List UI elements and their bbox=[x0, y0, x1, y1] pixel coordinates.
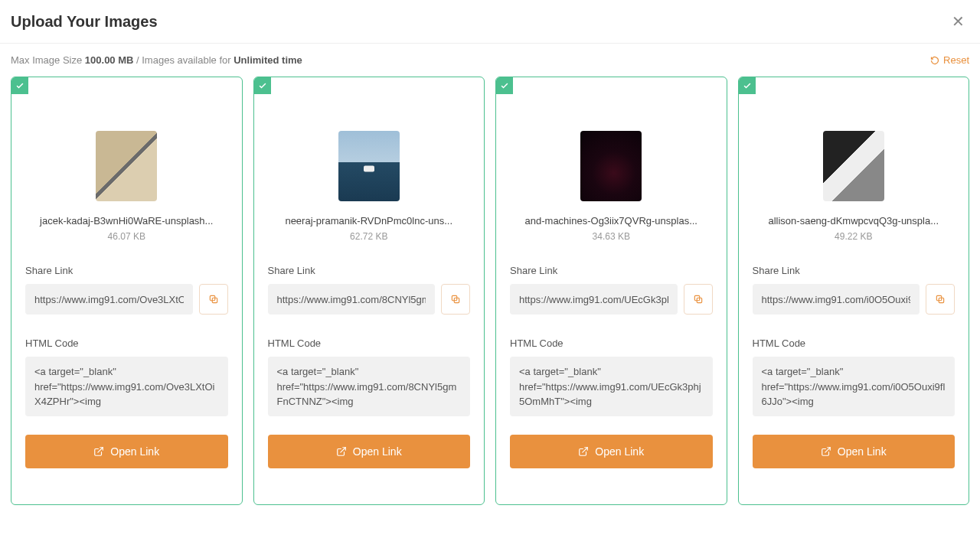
check-icon bbox=[258, 81, 267, 90]
max-size-mid: / Images available for bbox=[133, 54, 234, 66]
share-row bbox=[268, 284, 471, 315]
open-link-label: Open Link bbox=[110, 445, 159, 458]
share-row bbox=[753, 284, 956, 315]
share-link-label: Share Link bbox=[510, 265, 713, 276]
filesize-text: 62.72 KB bbox=[268, 231, 471, 242]
filename-text: neeraj-pramanik-RVDnPmc0lnc-uns... bbox=[268, 215, 471, 227]
share-link-label: Share Link bbox=[753, 265, 956, 276]
copy-button[interactable] bbox=[199, 284, 228, 315]
info-bar: Max Image Size 100.00 MB / Images availa… bbox=[0, 44, 980, 77]
open-link-button[interactable]: Open Link bbox=[510, 435, 713, 468]
share-row bbox=[25, 284, 228, 315]
filesize-text: 46.07 KB bbox=[25, 231, 228, 242]
html-code-label: HTML Code bbox=[753, 337, 956, 349]
thumbnail[interactable] bbox=[823, 131, 884, 201]
html-code-textarea[interactable] bbox=[753, 357, 956, 416]
share-link-input[interactable] bbox=[25, 284, 193, 315]
html-code-label: HTML Code bbox=[510, 337, 713, 349]
html-code-textarea[interactable] bbox=[510, 357, 713, 416]
upload-card: jacek-kadaj-B3wnHi0WaRE-unsplash... 46.0… bbox=[11, 77, 243, 505]
thumbnail-wrap bbox=[753, 131, 956, 201]
html-code-textarea[interactable] bbox=[268, 357, 471, 416]
success-badge bbox=[254, 77, 271, 94]
external-link-icon bbox=[821, 446, 831, 457]
filename-text: and-machines-Og3iix7QVRg-unsplas... bbox=[510, 215, 713, 227]
thumbnail[interactable] bbox=[580, 131, 642, 201]
filesize-text: 34.63 KB bbox=[510, 231, 713, 242]
external-link-icon bbox=[578, 446, 589, 457]
upload-card: neeraj-pramanik-RVDnPmc0lnc-uns... 62.72… bbox=[253, 77, 485, 505]
copy-button[interactable] bbox=[926, 284, 955, 315]
copy-button[interactable] bbox=[684, 284, 713, 315]
copy-button[interactable] bbox=[441, 284, 470, 315]
copy-icon bbox=[935, 294, 946, 305]
cards-grid: jacek-kadaj-B3wnHi0WaRE-unsplash... 46.0… bbox=[0, 77, 980, 505]
open-link-button[interactable]: Open Link bbox=[25, 435, 228, 468]
thumbnail-wrap bbox=[268, 131, 471, 201]
success-badge bbox=[739, 77, 756, 94]
reset-icon bbox=[930, 56, 939, 65]
max-size-prefix: Max Image Size bbox=[11, 54, 85, 66]
max-size-duration: Unlimited time bbox=[234, 54, 302, 66]
external-link-icon bbox=[336, 446, 347, 457]
open-link-label: Open Link bbox=[595, 445, 644, 458]
share-link-label: Share Link bbox=[268, 265, 471, 276]
share-link-input[interactable] bbox=[268, 284, 436, 315]
thumbnail[interactable] bbox=[338, 131, 400, 201]
open-link-label: Open Link bbox=[353, 445, 402, 458]
thumbnail[interactable] bbox=[96, 131, 157, 201]
page-title: Upload Your Images bbox=[11, 13, 158, 31]
max-size-text: Max Image Size 100.00 MB / Images availa… bbox=[11, 54, 302, 66]
upload-card: and-machines-Og3iix7QVRg-unsplas... 34.6… bbox=[495, 77, 727, 505]
open-link-button[interactable]: Open Link bbox=[268, 435, 471, 468]
copy-icon bbox=[450, 294, 461, 305]
html-code-label: HTML Code bbox=[25, 337, 228, 349]
check-icon bbox=[743, 81, 752, 90]
open-link-label: Open Link bbox=[838, 445, 887, 458]
share-link-label: Share Link bbox=[25, 265, 228, 276]
check-icon bbox=[15, 81, 24, 90]
filename-text: jacek-kadaj-B3wnHi0WaRE-unsplash... bbox=[25, 215, 228, 227]
max-size-value: 100.00 MB bbox=[85, 54, 134, 66]
check-icon bbox=[500, 81, 509, 90]
html-code-label: HTML Code bbox=[268, 337, 471, 349]
close-icon[interactable]: ✕ bbox=[947, 12, 969, 31]
reset-button[interactable]: Reset bbox=[930, 54, 969, 66]
copy-icon bbox=[208, 294, 219, 305]
html-code-textarea[interactable] bbox=[25, 357, 228, 416]
thumbnail-wrap bbox=[25, 131, 228, 201]
filename-text: allison-saeng-dKmwpcvqQ3g-unspla... bbox=[753, 215, 956, 227]
filesize-text: 49.22 KB bbox=[753, 231, 956, 242]
thumbnail-wrap bbox=[510, 131, 713, 201]
share-link-input[interactable] bbox=[510, 284, 678, 315]
external-link-icon bbox=[93, 446, 104, 457]
success-badge bbox=[496, 77, 513, 94]
success-badge bbox=[11, 77, 28, 94]
share-row bbox=[510, 284, 713, 315]
reset-label: Reset bbox=[943, 54, 969, 66]
upload-card: allison-saeng-dKmwpcvqQ3g-unspla... 49.2… bbox=[738, 77, 970, 505]
modal-header: Upload Your Images ✕ bbox=[0, 0, 980, 44]
open-link-button[interactable]: Open Link bbox=[753, 435, 956, 468]
share-link-input[interactable] bbox=[753, 284, 920, 315]
copy-icon bbox=[693, 294, 704, 305]
